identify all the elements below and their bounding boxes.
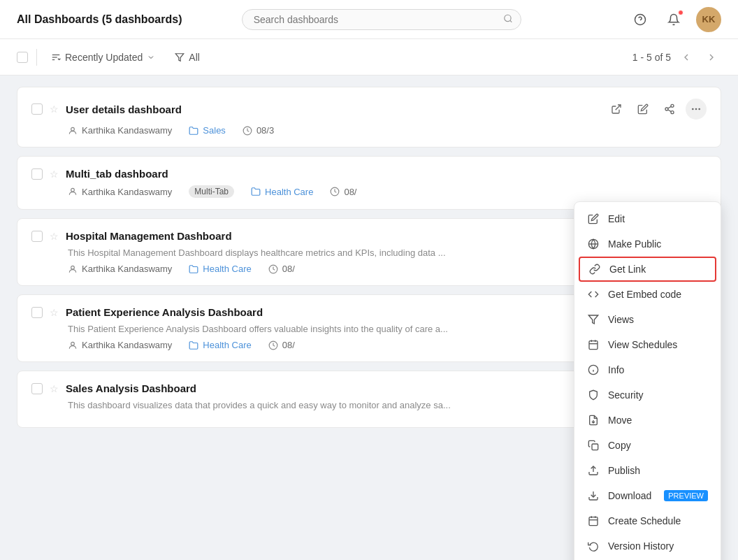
svg-point-11	[671, 111, 674, 114]
shield-icon	[587, 389, 600, 401]
card-2-meta: Karthika Kandaswamy Multi-Tab Health Car…	[31, 185, 707, 198]
menu-views-label: Views	[608, 314, 634, 325]
menu-item-move[interactable]: Move	[574, 408, 721, 433]
card-2-checkbox[interactable]	[31, 168, 43, 180]
card-1-share-icon[interactable]	[659, 99, 680, 120]
move-icon	[587, 414, 600, 426]
card-5-checkbox[interactable]	[31, 383, 43, 394]
svg-point-19	[71, 188, 75, 192]
svg-point-10	[665, 108, 668, 110]
menu-item-edit[interactable]: Edit	[574, 206, 721, 231]
sort-button[interactable]: Recently Updated	[45, 49, 161, 66]
card-4-title: Patient Experience Analysis Dashboard	[66, 306, 263, 318]
toolbar-divider	[36, 49, 37, 66]
card-1-open-icon[interactable]	[606, 99, 627, 120]
card-3-folder: Health Care	[189, 264, 251, 274]
pagination-text: 1 - 5 of 5	[632, 52, 671, 63]
copy-icon	[587, 439, 600, 452]
filter-button[interactable]: All	[169, 49, 205, 66]
menu-item-make-public[interactable]: Make Public	[574, 231, 721, 257]
card-5-star[interactable]: ☆	[50, 383, 59, 394]
card-1-checkbox[interactable]	[31, 103, 43, 115]
avatar[interactable]: KK	[696, 7, 721, 32]
card-5-title: Sales Analysis Dashboard	[66, 382, 196, 394]
search-icon	[503, 13, 513, 25]
help-button[interactable]	[629, 8, 651, 31]
select-all-checkbox[interactable]	[17, 52, 28, 63]
search-bar	[242, 9, 521, 30]
menu-item-get-embed[interactable]: Get Embed code	[574, 282, 721, 307]
menu-item-publish[interactable]: Publish	[574, 458, 721, 483]
card-2-tag: Multi-Tab	[189, 185, 234, 198]
card-1-header: ☆ User details dashboard	[31, 99, 707, 120]
card-4-date: 08/	[268, 340, 295, 350]
menu-item-download[interactable]: Download PREVIEW	[574, 483, 721, 508]
menu-item-version-history[interactable]: Version History	[574, 533, 721, 559]
filter-label: All	[189, 52, 200, 63]
svg-point-9	[671, 104, 674, 107]
card-2-folder: Health Care	[251, 187, 313, 197]
menu-publish-label: Publish	[608, 465, 640, 476]
schedule-icon	[587, 515, 600, 527]
svg-point-14	[692, 108, 694, 110]
menu-item-get-link[interactable]: Get Link	[579, 257, 716, 282]
card-4-checkbox[interactable]	[31, 307, 43, 318]
content-area: ☆ User details dashboard Karth	[0, 76, 738, 560]
history-icon	[587, 540, 600, 552]
svg-point-16	[698, 108, 700, 110]
pencil-icon	[587, 213, 600, 225]
search-input[interactable]	[242, 9, 521, 30]
svg-point-23	[71, 342, 75, 345]
svg-point-21	[71, 266, 75, 269]
menu-item-copy[interactable]: Copy	[574, 433, 721, 458]
menu-item-create-schedule[interactable]: Create Schedule	[574, 508, 721, 533]
card-1-more-button[interactable]	[686, 99, 707, 120]
menu-item-views[interactable]: Views	[574, 307, 721, 332]
menu-item-security[interactable]: Security	[574, 382, 721, 408]
notifications-button[interactable]	[663, 8, 685, 31]
menu-get-embed-label: Get Embed code	[608, 289, 681, 300]
menu-get-link-label: Get Link	[609, 264, 646, 275]
card-2-owner: Karthika Kandaswamy	[68, 187, 172, 197]
menu-item-info[interactable]: Info	[574, 357, 721, 382]
menu-info-label: Info	[608, 364, 624, 375]
menu-security-label: Security	[608, 389, 644, 401]
preview-badge: PREVIEW	[664, 490, 708, 501]
menu-create-schedule-label: Create Schedule	[608, 515, 681, 526]
card-1-edit-icon[interactable]	[632, 99, 653, 120]
card-1-title: User details dashboard	[66, 103, 182, 115]
card-4-star[interactable]: ☆	[50, 307, 59, 318]
globe-icon	[587, 238, 600, 250]
menu-copy-label: Copy	[608, 440, 631, 451]
info-icon	[587, 364, 600, 376]
card-3-owner: Karthika Kandaswamy	[68, 264, 172, 274]
svg-point-0	[504, 15, 510, 21]
context-menu: Edit Make Public Get Link Get Embed code	[574, 201, 721, 560]
dashboard-card-1: ☆ User details dashboard Karth	[17, 87, 721, 148]
card-1-star[interactable]: ☆	[50, 103, 59, 115]
card-1-meta: Karthika Kandaswamy Sales 08/3	[31, 125, 707, 136]
top-bar-icons: KK	[629, 7, 721, 32]
menu-item-view-schedules[interactable]: View Schedules	[574, 332, 721, 357]
menu-view-schedules-label: View Schedules	[608, 339, 677, 350]
pagination-next[interactable]	[702, 48, 721, 67]
svg-line-13	[668, 106, 672, 108]
card-1-owner: Karthika Kandaswamy	[68, 125, 172, 136]
svg-point-15	[695, 108, 697, 110]
link-icon	[588, 263, 601, 275]
menu-make-public-label: Make Public	[608, 238, 661, 250]
toolbar: Recently Updated All 1 - 5 of 5	[0, 39, 738, 76]
svg-line-8	[616, 105, 621, 110]
card-2-star[interactable]: ☆	[50, 168, 59, 180]
svg-line-1	[509, 20, 512, 22]
card-3-checkbox[interactable]	[31, 231, 43, 242]
card-3-star[interactable]: ☆	[50, 231, 59, 242]
svg-rect-36	[592, 444, 598, 450]
svg-line-12	[668, 110, 672, 112]
card-2-title: Multi_tab dashboard	[66, 168, 168, 180]
card-1-date: 08/3	[243, 125, 274, 136]
pagination-prev[interactable]	[676, 48, 696, 67]
calendar-icon	[587, 338, 600, 351]
menu-edit-label: Edit	[608, 213, 625, 224]
download-icon	[587, 489, 600, 502]
